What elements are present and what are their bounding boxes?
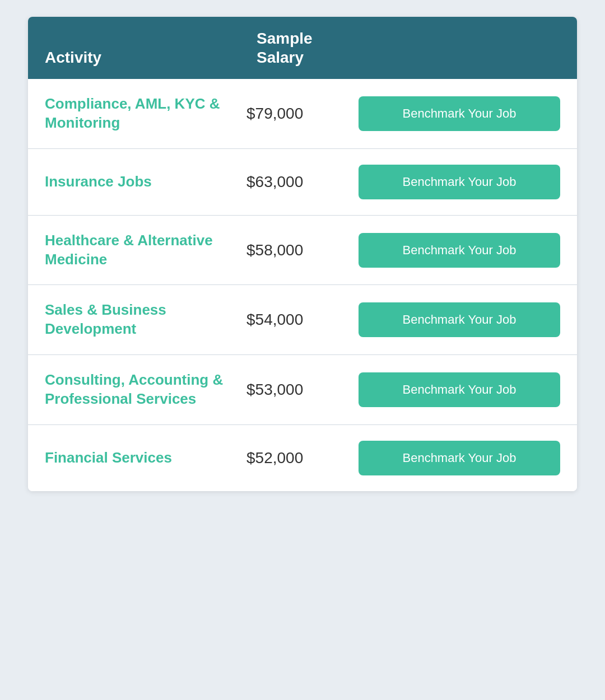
benchmark-btn-consulting[interactable]: Benchmark Your Job <box>359 372 560 407</box>
salary-value-consulting: $53,000 <box>241 381 359 399</box>
benchmark-btn-wrapper-compliance: Benchmark Your Job <box>359 96 560 131</box>
activity-name-compliance: Compliance, AML, KYC & Monitoring <box>45 95 241 133</box>
table-row-healthcare: Healthcare & Alternative Medicine$58,000… <box>28 216 577 286</box>
benchmark-btn-wrapper-insurance: Benchmark Your Job <box>359 165 560 199</box>
salary-value-healthcare: $58,000 <box>241 241 359 259</box>
table-row-sales: Sales & Business Development$54,000Bench… <box>28 285 577 355</box>
benchmark-btn-wrapper-financial: Benchmark Your Job <box>359 441 560 475</box>
benchmark-btn-healthcare[interactable]: Benchmark Your Job <box>359 233 560 268</box>
table-row-insurance: Insurance Jobs$63,000Benchmark Your Job <box>28 149 577 216</box>
activity-header: Activity <box>45 48 251 67</box>
benchmark-btn-financial[interactable]: Benchmark Your Job <box>359 441 560 475</box>
salary-value-financial: $52,000 <box>241 449 359 467</box>
salary-value-compliance: $79,000 <box>241 105 359 123</box>
salary-header: SampleSalary <box>251 29 375 67</box>
salary-table: Activity SampleSalary Compliance, AML, K… <box>28 17 577 491</box>
activity-name-insurance: Insurance Jobs <box>45 172 241 192</box>
benchmark-btn-wrapper-healthcare: Benchmark Your Job <box>359 233 560 268</box>
salary-header-label: SampleSalary <box>257 30 313 66</box>
benchmark-btn-compliance[interactable]: Benchmark Your Job <box>359 96 560 131</box>
benchmark-btn-wrapper-consulting: Benchmark Your Job <box>359 372 560 407</box>
benchmark-btn-sales[interactable]: Benchmark Your Job <box>359 302 560 337</box>
benchmark-btn-wrapper-sales: Benchmark Your Job <box>359 302 560 337</box>
salary-value-insurance: $63,000 <box>241 173 359 191</box>
table-body: Compliance, AML, KYC & Monitoring$79,000… <box>28 79 577 491</box>
activity-name-healthcare: Healthcare & Alternative Medicine <box>45 231 241 269</box>
table-row-compliance: Compliance, AML, KYC & Monitoring$79,000… <box>28 79 577 149</box>
activity-name-consulting: Consulting, Accounting & Professional Se… <box>45 371 241 409</box>
activity-name-financial: Financial Services <box>45 449 241 468</box>
table-row-financial: Financial Services$52,000Benchmark Your … <box>28 425 577 491</box>
activity-name-sales: Sales & Business Development <box>45 301 241 339</box>
benchmark-btn-insurance[interactable]: Benchmark Your Job <box>359 165 560 199</box>
activity-header-label: Activity <box>45 49 101 66</box>
table-header: Activity SampleSalary <box>28 17 577 79</box>
salary-value-sales: $54,000 <box>241 311 359 329</box>
table-row-consulting: Consulting, Accounting & Professional Se… <box>28 355 577 425</box>
